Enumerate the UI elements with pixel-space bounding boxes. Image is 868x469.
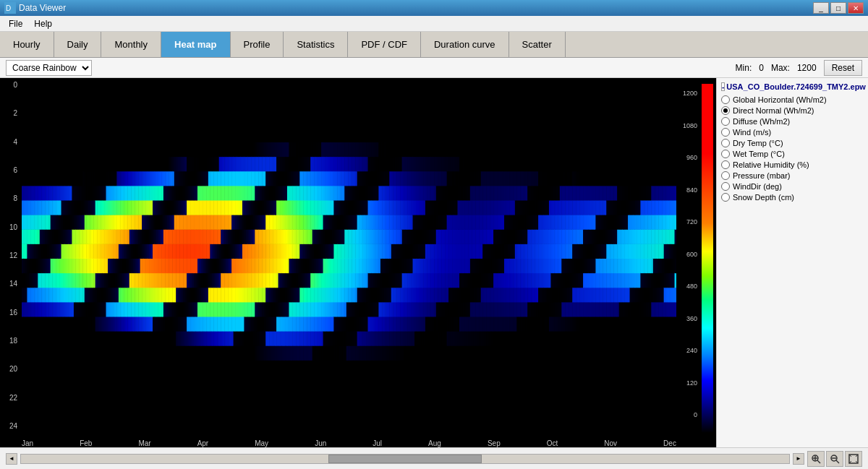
tab-statistics[interactable]: Statistics — [284, 32, 348, 57]
y-label-16: 16 — [1, 309, 19, 317]
radio-global-horizontal-label: Global Horizontal (Wh/m2) — [733, 95, 827, 104]
x-label-mar: Mar — [138, 439, 150, 447]
menu-file[interactable]: File — [3, 17, 28, 30]
scroll-left-button[interactable]: ◄ — [6, 453, 17, 465]
x-label-jun: Jun — [315, 439, 326, 447]
radio-snow-depth-circle[interactable] — [721, 193, 730, 202]
scroll-track[interactable] — [20, 454, 790, 464]
radio-wind[interactable]: Wind (m/s) — [721, 128, 864, 137]
max-label: Max: — [771, 63, 790, 73]
min-label: Min: — [736, 63, 752, 73]
app-icon: D — [4, 2, 16, 14]
radio-snow-depth[interactable]: Snow Depth (cm) — [721, 193, 864, 202]
x-label-nov: Nov — [604, 439, 617, 447]
y-label-2: 2 — [1, 109, 19, 117]
panel-collapse-button[interactable]: - — [721, 82, 725, 91]
radio-direct-normal-circle[interactable] — [721, 106, 730, 115]
scale-label-1200: 1200 — [676, 90, 697, 97]
fit-view-button[interactable] — [845, 451, 862, 467]
radio-wet-temp-circle[interactable] — [721, 150, 730, 158]
radio-global-horizontal[interactable]: Global Horizontal (Wh/m2) — [721, 95, 864, 104]
y-label-0: 0 — [1, 81, 19, 89]
menu-bar: File Help — [0, 16, 868, 32]
radio-wind-dir-circle[interactable] — [721, 182, 730, 191]
radio-wet-temp-label: Wet Temp (°C) — [733, 150, 785, 158]
radio-dry-temp[interactable]: Dry Temp (°C) — [721, 139, 864, 147]
y-label-4: 4 — [1, 138, 19, 146]
radio-pressure-label: Pressure (mbar) — [733, 171, 790, 180]
maximize-button[interactable]: □ — [830, 2, 846, 14]
close-button[interactable]: ✕ — [848, 2, 864, 14]
chart-area: 24 22 20 18 16 14 12 10 8 6 4 2 0 Jan Fe… — [0, 78, 716, 447]
scroll-thumb[interactable] — [328, 455, 482, 463]
scale-label-360: 360 — [676, 315, 697, 322]
y-axis: 24 22 20 18 16 14 12 10 8 6 4 2 0 — [0, 78, 20, 433]
tab-pdf-cdf[interactable]: PDF / CDF — [348, 32, 421, 57]
tab-heatmap[interactable]: Heat map — [161, 32, 231, 57]
y-label-10: 10 — [1, 223, 19, 231]
tab-scatter[interactable]: Scatter — [509, 32, 566, 57]
x-axis: Jan Feb Mar Apr May Jun Jul Aug Sep Oct … — [22, 433, 676, 447]
scale-label-1080: 1080 — [676, 122, 697, 129]
scale-label-240: 240 — [676, 347, 697, 354]
max-value: 1200 — [797, 63, 817, 73]
menu-help[interactable]: Help — [28, 17, 58, 30]
scale-label-120: 120 — [676, 379, 697, 387]
scale-labels: 0 120 240 360 480 600 720 840 960 1080 1… — [676, 90, 697, 418]
radio-relative-humidity-circle[interactable] — [721, 160, 730, 169]
zoom-out-button[interactable] — [826, 451, 843, 467]
zoom-out-icon — [830, 454, 840, 464]
x-label-oct: Oct — [547, 439, 558, 447]
radio-pressure-circle[interactable] — [721, 171, 730, 180]
right-panel: - USA_CO_Boulder.724699_TMY2.epw Global … — [716, 78, 868, 447]
x-label-jul: Jul — [373, 439, 382, 447]
tab-monthly[interactable]: Monthly — [101, 32, 161, 57]
x-label-dec: Dec — [663, 439, 676, 447]
radio-wet-temp[interactable]: Wet Temp (°C) — [721, 150, 864, 158]
x-label-apr: Apr — [197, 439, 209, 447]
y-label-8: 8 — [1, 194, 19, 202]
radio-diffuse-label: Diffuse (Wh/m2) — [733, 117, 790, 126]
tab-hourly[interactable]: Hourly — [0, 32, 54, 57]
radio-direct-normal[interactable]: Direct Normal (Wh/m2) — [721, 106, 864, 115]
min-value: 0 — [759, 63, 764, 73]
y-label-24: 24 — [1, 422, 19, 430]
tab-profile[interactable]: Profile — [231, 32, 284, 57]
scale-label-0: 0 — [676, 411, 697, 418]
radio-diffuse[interactable]: Diffuse (Wh/m2) — [721, 117, 864, 126]
y-label-12: 12 — [1, 251, 19, 259]
scale-label-960: 960 — [676, 154, 697, 161]
fit-view-icon — [848, 454, 859, 464]
heatmap-canvas — [22, 84, 676, 433]
radio-dry-temp-circle[interactable] — [721, 139, 730, 147]
radio-snow-depth-label: Snow Depth (cm) — [733, 193, 794, 202]
title-bar: D Data Viewer _ □ ✕ — [0, 0, 868, 16]
zoom-in-icon — [811, 454, 821, 464]
color-scale-area: 0 120 240 360 480 600 720 840 960 1080 1… — [678, 84, 713, 433]
radio-diffuse-circle[interactable] — [721, 117, 730, 126]
minimize-button[interactable]: _ — [813, 2, 829, 14]
scroll-right-button[interactable]: ► — [793, 453, 804, 465]
right-panel-title: - USA_CO_Boulder.724699_TMY2.epw — [721, 82, 864, 91]
zoom-buttons — [807, 451, 862, 467]
radio-relative-humidity-label: Relative Humidity (%) — [733, 160, 809, 169]
svg-line-3 — [817, 460, 820, 463]
x-label-aug: Aug — [428, 439, 441, 447]
x-label-jan: Jan — [22, 439, 33, 447]
x-label-feb: Feb — [80, 439, 92, 447]
y-label-18: 18 — [1, 337, 19, 345]
radio-global-horizontal-circle[interactable] — [721, 95, 730, 104]
zoom-in-button[interactable] — [807, 451, 825, 467]
svg-text:D: D — [6, 4, 11, 12]
radio-relative-humidity[interactable]: Relative Humidity (%) — [721, 160, 864, 169]
tab-daily[interactable]: Daily — [54, 32, 102, 57]
reset-button[interactable]: Reset — [824, 60, 862, 76]
radio-wind-dir[interactable]: WindDir (deg) — [721, 182, 864, 191]
color-scheme-select[interactable]: Coarse Rainbow Fine Rainbow Greyscale Bl… — [6, 60, 92, 76]
svg-line-7 — [836, 460, 839, 463]
scale-label-480: 480 — [676, 283, 697, 290]
radio-wind-circle[interactable] — [721, 128, 730, 137]
tab-duration-curve[interactable]: Duration curve — [421, 32, 509, 57]
radio-wind-dir-label: WindDir (deg) — [733, 182, 782, 191]
radio-pressure[interactable]: Pressure (mbar) — [721, 171, 864, 180]
